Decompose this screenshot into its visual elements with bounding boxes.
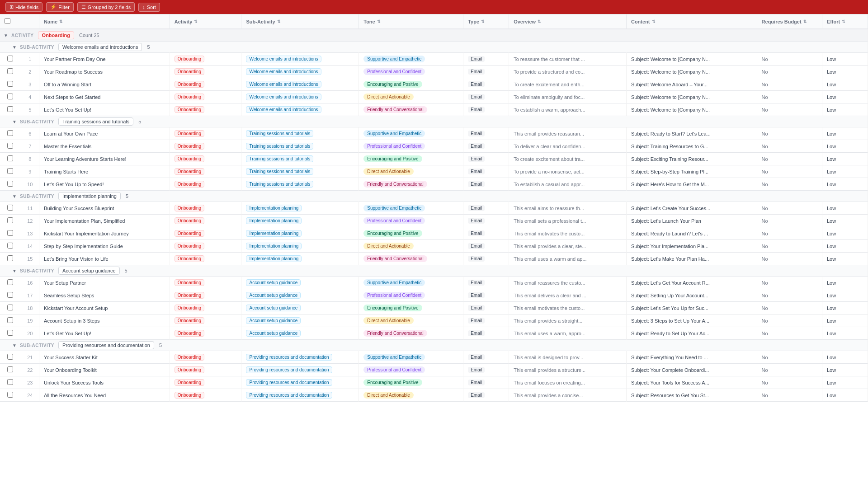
row-name: Learn at Your Own Pace <box>39 127 170 140</box>
row-subactivity: Implementation planning <box>241 215 359 227</box>
row-tone: Friendly and Conversational <box>359 253 463 265</box>
row-subactivity: Account setup guidance <box>241 314 359 327</box>
row-overview: This email provides a concise... <box>509 389 627 402</box>
header-activity[interactable]: Activity⇅ <box>170 14 241 29</box>
subactivity-expand-btn-2[interactable]: ▼ <box>12 194 17 199</box>
row-type: Email <box>463 364 509 376</box>
row-overview: This email motivates the custo... <box>509 302 627 314</box>
row-budget: No <box>757 140 822 153</box>
header-checkbox[interactable] <box>0 14 21 29</box>
row-tone: Encouraging and Positive <box>359 376 463 389</box>
row-subactivity: Account setup guidance <box>241 327 359 340</box>
subactivity-expand-btn-3[interactable]: ▼ <box>12 268 17 273</box>
row-checkbox-18[interactable] <box>7 305 13 310</box>
subactivity-group-label: SUB-ACTIVITY <box>20 343 54 348</box>
row-subactivity: Training sessions and tutorials <box>241 165 359 178</box>
row-checkbox-16[interactable] <box>7 279 13 285</box>
row-checkbox-21[interactable] <box>7 354 13 360</box>
row-activity: Onboarding <box>170 66 241 78</box>
row-checkbox-5[interactable] <box>7 106 13 112</box>
row-checkbox-3[interactable] <box>7 81 13 87</box>
row-checkbox-6[interactable] <box>7 130 13 136</box>
subactivity-group-row-2: ▼ SUB-ACTIVITY Implementation planning 5 <box>0 191 868 202</box>
table-row: 11Building Your Success BlueprintOnboard… <box>0 202 868 215</box>
row-type: Email <box>463 53 509 66</box>
filter-button[interactable]: ⚡ Filter <box>46 2 73 12</box>
header-subactivity[interactable]: Sub-Activity⇅ <box>241 14 359 29</box>
row-checkbox-12[interactable] <box>7 217 13 223</box>
row-checkbox-13[interactable] <box>7 230 13 236</box>
row-name: Your Partner From Day One <box>39 53 170 66</box>
row-content: Subject: Step-by-Step Training Pl... <box>626 165 757 178</box>
row-checkbox-8[interactable] <box>7 155 13 161</box>
row-checkbox-24[interactable] <box>7 392 13 398</box>
grouped-by-button[interactable]: ☰ Grouped by 2 fields <box>77 2 135 12</box>
row-checkbox-19[interactable] <box>7 317 13 323</box>
subactivity-expand-btn-0[interactable]: ▼ <box>12 45 17 50</box>
header-content[interactable]: Content⇅ <box>626 14 757 29</box>
row-content: Subject: Let's Create Your Succes... <box>626 202 757 215</box>
row-budget: No <box>757 91 822 103</box>
subactivity-group-row-0: ▼ SUB-ACTIVITY Welcome emails and introd… <box>0 42 868 53</box>
row-number: 14 <box>21 240 39 253</box>
subactivity-expand-btn-4[interactable]: ▼ <box>12 343 17 348</box>
header-type[interactable]: Type⇅ <box>463 14 509 29</box>
header-name[interactable]: Name⇅ <box>39 14 170 29</box>
row-overview: This email focuses on creating... <box>509 376 627 389</box>
row-name: Let's Get You Set Up! <box>39 327 170 340</box>
table-row: 24All the Resources You NeedOnboardingPr… <box>0 389 868 402</box>
table-row: 18Kickstart Your Account SetupOnboarding… <box>0 302 868 314</box>
row-checkbox-10[interactable] <box>7 181 13 187</box>
row-checkbox-17[interactable] <box>7 292 13 298</box>
subactivity-count-2: 5 <box>126 193 128 199</box>
row-effort: Low <box>822 127 868 140</box>
row-subactivity: Implementation planning <box>241 253 359 265</box>
row-activity: Onboarding <box>170 253 241 265</box>
row-checkbox-15[interactable] <box>7 255 13 261</box>
header-budget[interactable]: Requires Budget⇅ <box>757 14 822 29</box>
row-subactivity: Welcome emails and introductions <box>241 91 359 103</box>
row-overview: To establish a casual and appr... <box>509 178 627 191</box>
row-content: Subject: Your Implementation Pla... <box>626 240 757 253</box>
row-effort: Low <box>822 253 868 265</box>
row-checkbox-9[interactable] <box>7 168 13 174</box>
row-budget: No <box>757 327 822 340</box>
row-checkbox-11[interactable] <box>7 205 13 211</box>
row-checkbox-2[interactable] <box>7 68 13 74</box>
subactivity-expand-btn-1[interactable]: ▼ <box>12 119 17 124</box>
hide-fields-button[interactable]: ⊞ Hide fields <box>5 2 42 12</box>
row-name: Kickstart Your Account Setup <box>39 302 170 314</box>
row-checkbox-4[interactable] <box>7 94 13 99</box>
row-budget: No <box>757 240 822 253</box>
row-checkbox-22[interactable] <box>7 366 13 372</box>
row-subactivity: Welcome emails and introductions <box>241 78 359 91</box>
group-icon: ☰ <box>81 4 86 10</box>
row-tone: Supportive and Empathetic <box>359 351 463 364</box>
row-name: Let's Get You Up to Speed! <box>39 178 170 191</box>
sort-button[interactable]: ↕ Sort <box>138 3 160 12</box>
row-effort: Low <box>822 165 868 178</box>
row-activity: Onboarding <box>170 302 241 314</box>
row-content: Subject: Let's Launch Your Plan <box>626 215 757 227</box>
row-checkbox-7[interactable] <box>7 143 13 149</box>
row-name: All the Resources You Need <box>39 389 170 402</box>
row-budget: No <box>757 302 822 314</box>
activity-expand-btn[interactable]: ▼ <box>4 33 8 38</box>
row-checkbox-1[interactable] <box>7 56 13 61</box>
subactivity-badge-0: Welcome emails and introductions <box>58 43 142 51</box>
row-checkbox-14[interactable] <box>7 243 13 249</box>
select-all-checkbox[interactable] <box>5 18 10 24</box>
row-type: Email <box>463 103 509 116</box>
header-tone[interactable]: Tone⇅ <box>359 14 463 29</box>
row-tone: Professional and Confident <box>359 66 463 78</box>
header-overview[interactable]: Overview⇅ <box>509 14 627 29</box>
row-number: 13 <box>21 227 39 240</box>
row-name: Your Onboarding Toolkit <box>39 364 170 376</box>
row-checkbox-20[interactable] <box>7 330 13 336</box>
header-effort[interactable]: Effort⇅ <box>822 14 868 29</box>
row-overview: This email provides reassuran... <box>509 127 627 140</box>
subactivity-count-3: 5 <box>125 268 127 273</box>
row-number: 9 <box>21 165 39 178</box>
row-checkbox-23[interactable] <box>7 379 13 385</box>
row-subactivity: Providing resources and documentation <box>241 364 359 376</box>
